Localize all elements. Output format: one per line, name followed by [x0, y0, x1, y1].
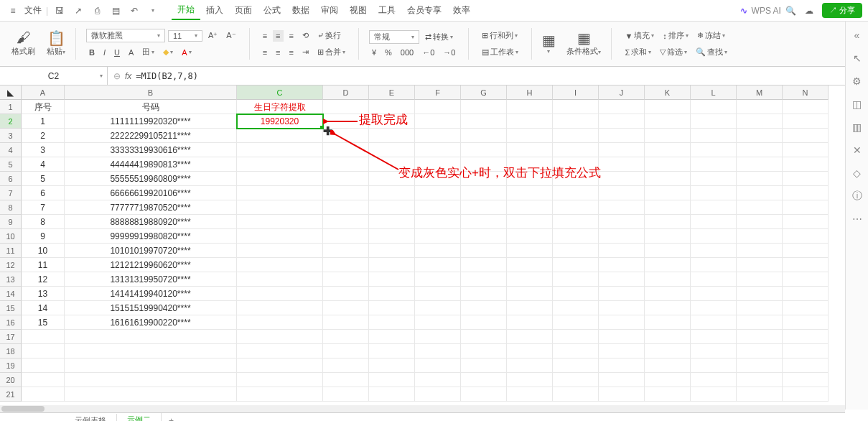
- cell[interactable]: [553, 114, 599, 129]
- cell[interactable]: 10: [22, 244, 65, 258]
- cell[interactable]: [691, 373, 737, 387]
- row-header[interactable]: 18: [0, 344, 22, 358]
- cell[interactable]: [415, 315, 461, 330]
- cell[interactable]: [783, 330, 829, 344]
- cell[interactable]: [645, 229, 691, 244]
- cell[interactable]: [237, 172, 323, 186]
- cell[interactable]: [65, 387, 237, 402]
- tab-start[interactable]: 开始: [172, 1, 200, 20]
- cell[interactable]: [369, 143, 415, 157]
- cell[interactable]: [323, 330, 369, 344]
- spreadsheet-grid[interactable]: ◣ A B C D E F G H I J K L M N 1序号号码生日字符提…: [0, 85, 868, 421]
- cell[interactable]: [553, 315, 599, 330]
- cursor-icon[interactable]: ↖: [851, 52, 864, 65]
- inc-font-icon[interactable]: A⁺: [205, 29, 220, 42]
- cell[interactable]: [461, 100, 507, 114]
- col-header-e[interactable]: E: [369, 85, 415, 100]
- cancel-fx-icon[interactable]: ⊖: [113, 71, 121, 81]
- cell[interactable]: [323, 301, 369, 315]
- cell[interactable]: [599, 387, 645, 402]
- cell[interactable]: [507, 258, 553, 272]
- cell[interactable]: [691, 387, 737, 402]
- cell[interactable]: [65, 373, 237, 387]
- tab-data[interactable]: 数据: [286, 1, 315, 19]
- align-mid-icon[interactable]: ≡: [273, 30, 283, 42]
- cell[interactable]: 14: [22, 301, 65, 315]
- col-header-i[interactable]: I: [553, 85, 599, 100]
- cell[interactable]: [461, 172, 507, 186]
- worksheet-button[interactable]: ▤ 工作表▾: [479, 45, 521, 59]
- cell[interactable]: [783, 301, 829, 315]
- row-header[interactable]: 13: [0, 272, 22, 287]
- cell[interactable]: [691, 287, 737, 301]
- cell[interactable]: [645, 200, 691, 215]
- cell[interactable]: [415, 229, 461, 244]
- cell[interactable]: [599, 143, 645, 157]
- cell[interactable]: [691, 172, 737, 186]
- cell[interactable]: [369, 258, 415, 272]
- tab-efficiency[interactable]: 效率: [447, 1, 476, 19]
- cell[interactable]: [737, 200, 783, 215]
- cell[interactable]: [237, 157, 323, 172]
- hamburger-icon[interactable]: ≡: [6, 4, 20, 18]
- cell[interactable]: [553, 373, 599, 387]
- cell[interactable]: [461, 358, 507, 373]
- col-header-b[interactable]: B: [65, 85, 237, 100]
- cell[interactable]: [369, 129, 415, 143]
- cell[interactable]: [645, 244, 691, 258]
- cell[interactable]: [507, 330, 553, 344]
- cell[interactable]: [783, 315, 829, 330]
- row-header[interactable]: 19: [0, 358, 22, 373]
- cell[interactable]: [461, 315, 507, 330]
- cell[interactable]: 5: [22, 172, 65, 186]
- underline-button[interactable]: U: [111, 47, 123, 58]
- cell[interactable]: 13131319950720****: [65, 272, 237, 287]
- cell[interactable]: [783, 215, 829, 229]
- cell[interactable]: [599, 344, 645, 358]
- cell[interactable]: [553, 272, 599, 287]
- cell[interactable]: [369, 244, 415, 258]
- cell[interactable]: [691, 315, 737, 330]
- row-header[interactable]: 20: [0, 373, 22, 387]
- fill-color-button[interactable]: ◆▾: [160, 46, 176, 58]
- more-icon[interactable]: ⋯: [851, 213, 864, 226]
- cell[interactable]: [691, 114, 737, 129]
- cell[interactable]: 12121219960620****: [65, 258, 237, 272]
- cell[interactable]: [645, 186, 691, 200]
- chart-icon[interactable]: ▥: [851, 121, 864, 134]
- cell[interactable]: [323, 229, 369, 244]
- cell[interactable]: [461, 244, 507, 258]
- cell[interactable]: [737, 315, 783, 330]
- cell[interactable]: [553, 301, 599, 315]
- number-format-select[interactable]: 常规▾: [369, 30, 419, 44]
- row-header[interactable]: 1: [0, 100, 22, 114]
- cell[interactable]: [369, 200, 415, 215]
- tool-icon[interactable]: ✕: [851, 144, 864, 157]
- cell[interactable]: [599, 129, 645, 143]
- cell[interactable]: [237, 129, 323, 143]
- tab-insert[interactable]: 插入: [200, 1, 229, 19]
- tab-page[interactable]: 页面: [229, 1, 258, 19]
- cell[interactable]: [22, 373, 65, 387]
- cell[interactable]: [783, 172, 829, 186]
- cell[interactable]: [415, 157, 461, 172]
- cell[interactable]: [323, 287, 369, 301]
- cell[interactable]: [237, 272, 323, 287]
- cell[interactable]: [507, 215, 553, 229]
- cell[interactable]: [323, 172, 369, 186]
- format-painter-group[interactable]: 🖌 格式刷: [7, 32, 39, 57]
- cell[interactable]: [553, 129, 599, 143]
- row-header[interactable]: 2: [0, 114, 22, 129]
- cell[interactable]: 12: [22, 272, 65, 287]
- row-header[interactable]: 8: [0, 200, 22, 215]
- row-header[interactable]: 10: [0, 229, 22, 244]
- cell[interactable]: 10101019970720****: [65, 244, 237, 258]
- cell[interactable]: [369, 114, 415, 129]
- col-header-a[interactable]: A: [22, 85, 65, 100]
- cell[interactable]: [323, 315, 369, 330]
- cell[interactable]: [369, 358, 415, 373]
- cell[interactable]: [323, 272, 369, 287]
- font-size-select[interactable]: 11▾: [168, 30, 202, 42]
- cell[interactable]: [599, 315, 645, 330]
- cell[interactable]: [553, 157, 599, 172]
